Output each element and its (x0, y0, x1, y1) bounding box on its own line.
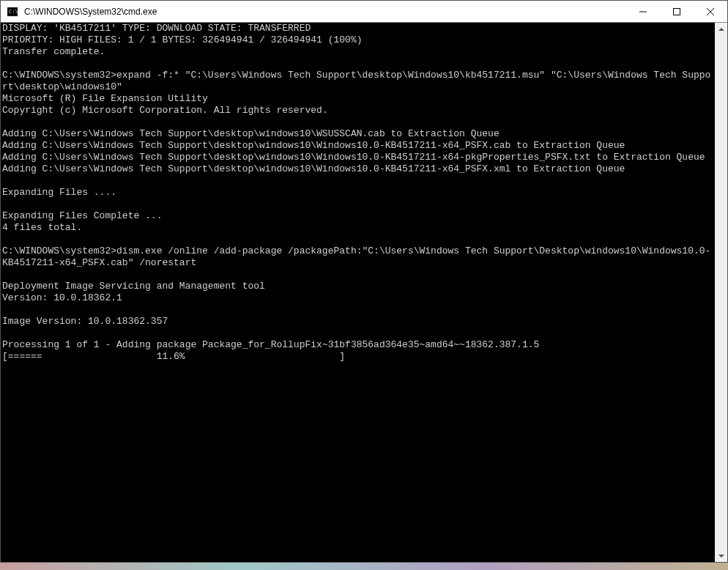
terminal-output[interactable]: DISPLAY: 'KB4517211' TYPE: DOWNLOAD STAT… (1, 23, 715, 562)
terminal-line (2, 175, 713, 187)
terminal-line: Adding C:\Users\Windows Tech Support\des… (2, 163, 713, 175)
minimize-button[interactable] (626, 1, 660, 22)
terminal-line: Copyright (c) Microsoft Corporation. All… (2, 105, 713, 116)
terminal-line: Processing 1 of 1 - Adding package Packa… (2, 339, 713, 351)
svg-marker-6 (718, 28, 724, 31)
terminal-line (2, 116, 713, 128)
terminal-line: Image Version: 10.0.18362.357 (2, 316, 713, 327)
terminal-line: [====== 11.6% ] (2, 351, 713, 363)
terminal-line: Expanding Files .... (2, 187, 713, 199)
terminal-line (2, 58, 713, 70)
terminal-line: Adding C:\Users\Windows Tech Support\des… (2, 152, 713, 163)
terminal-wrapper: DISPLAY: 'KB4517211' TYPE: DOWNLOAD STAT… (1, 23, 727, 562)
svg-marker-7 (718, 555, 724, 558)
window-controls (626, 1, 727, 22)
terminal-line: Adding C:\Users\Windows Tech Support\des… (2, 128, 713, 140)
close-button[interactable] (694, 1, 727, 22)
terminal-line: Transfer complete. (2, 46, 713, 58)
scroll-down-button[interactable] (715, 549, 727, 562)
desktop-strip (0, 563, 728, 570)
terminal-line: DISPLAY: 'KB4517211' TYPE: DOWNLOAD STAT… (2, 23, 713, 34)
terminal-line: C:\WINDOWS\system32>dism.exe /online /ad… (2, 245, 713, 269)
terminal-line: 4 files total. (2, 222, 713, 234)
scroll-up-button[interactable] (715, 23, 727, 35)
cmd-window: C:\ C:\WINDOWS\System32\cmd.exe DISPLAY:… (0, 0, 728, 563)
terminal-line: Version: 10.0.18362.1 (2, 292, 713, 304)
svg-text:C:\: C:\ (9, 9, 18, 15)
svg-rect-3 (674, 8, 680, 15)
terminal-line: PRIORITY: HIGH FILES: 1 / 1 BYTES: 32649… (2, 34, 713, 46)
terminal-line: Adding C:\Users\Windows Tech Support\des… (2, 140, 713, 152)
terminal-line (2, 327, 713, 339)
terminal-line (2, 269, 713, 281)
cmd-icon: C:\ (7, 6, 18, 18)
window-title: C:\WINDOWS\System32\cmd.exe (24, 7, 626, 17)
terminal-line (2, 304, 713, 316)
maximize-button[interactable] (660, 1, 694, 22)
terminal-line: Microsoft (R) File Expansion Utility (2, 93, 713, 105)
terminal-line: C:\WINDOWS\system32>expand -f:* "C:\User… (2, 70, 713, 93)
terminal-line (2, 234, 713, 245)
terminal-line: Expanding Files Complete ... (2, 210, 713, 222)
scrollbar[interactable] (715, 23, 727, 562)
terminal-line: Deployment Image Servicing and Managemen… (2, 281, 713, 292)
terminal-line (2, 199, 713, 210)
titlebar[interactable]: C:\ C:\WINDOWS\System32\cmd.exe (1, 1, 727, 23)
